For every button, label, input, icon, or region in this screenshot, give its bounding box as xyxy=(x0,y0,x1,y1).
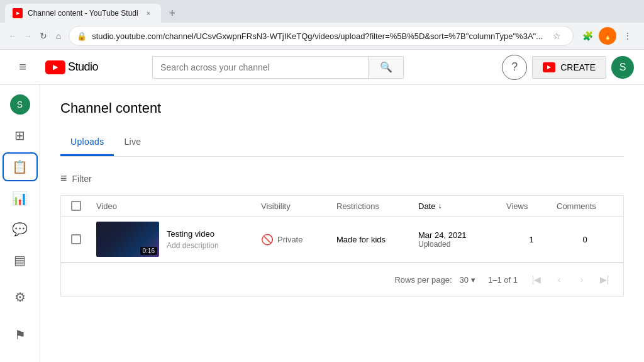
search-input[interactable] xyxy=(153,62,368,72)
extensions-button[interactable]: 🧩 xyxy=(579,27,596,45)
sidebar-item-settings[interactable]: ⚙ xyxy=(3,280,38,315)
th-comments-label: Comments xyxy=(557,201,596,211)
views-value: 1 xyxy=(529,235,533,244)
sidebar-item-analytics[interactable]: 📊 xyxy=(3,184,38,212)
bookmark-icon[interactable]: ☆ xyxy=(548,27,565,45)
create-button[interactable]: CREATE xyxy=(532,56,606,79)
tab-title: Channel content - YouTube Studi xyxy=(28,9,138,18)
th-restrictions: Restrictions xyxy=(336,201,418,211)
prev-page-button[interactable]: ‹ xyxy=(550,271,568,288)
visibility-cell: 🚫 Private xyxy=(261,234,336,246)
date-cell: Mar 24, 2021 Uploaded xyxy=(418,230,506,249)
comments-icon: 💬 xyxy=(12,222,28,237)
comments-value: 0 xyxy=(582,235,587,244)
sidebar: S ⊞ 📋 📊 💬 ▤ ⚙ ⚑ xyxy=(0,85,40,362)
th-video-label: Video xyxy=(96,201,117,211)
page-title: Channel content xyxy=(60,100,624,116)
filter-label[interactable]: Filter xyxy=(72,174,92,184)
browser-tab-active[interactable]: Channel content - YouTube Studi × xyxy=(5,4,161,23)
browser-tab-bar: Channel content - YouTube Studi × + xyxy=(0,0,644,23)
sidebar-bottom: ⚙ ⚑ xyxy=(3,280,38,358)
visibility-value: Private xyxy=(277,235,303,244)
tab-live[interactable]: Live xyxy=(114,129,151,156)
avatar[interactable]: S xyxy=(611,56,634,79)
video-duration: 0:16 xyxy=(140,247,157,255)
video-thumbnail[interactable]: 0:16 xyxy=(96,222,159,257)
forward-button[interactable]: → xyxy=(23,27,33,45)
th-comments: Comments xyxy=(557,201,613,211)
rows-per-page: Rows per page: 30 ▾ xyxy=(394,274,478,286)
dropdown-icon: ▾ xyxy=(471,275,475,285)
create-label: CREATE xyxy=(560,62,596,72)
private-icon: 🚫 xyxy=(261,234,274,246)
home-button[interactable]: ⌂ xyxy=(53,27,64,45)
analytics-icon: 📊 xyxy=(12,191,28,206)
studio-logo-text: Studio xyxy=(68,60,98,74)
extension-addon-icon[interactable]: 🔥 xyxy=(599,27,616,45)
address-text: studio.youtube.com/channel/UCsvGxwpnFRsN… xyxy=(92,31,543,41)
new-tab-button[interactable]: + xyxy=(164,4,181,22)
sidebar-item-content[interactable]: 📋 xyxy=(3,152,38,181)
refresh-button[interactable]: ↻ xyxy=(38,27,48,45)
rows-per-page-value: 30 xyxy=(460,275,469,285)
sidebar-item-comments[interactable]: 💬 xyxy=(3,215,38,243)
filter-icon: ≡ xyxy=(60,172,67,185)
date-value: Mar 24, 2021 xyxy=(418,230,506,240)
sidebar-item-avatar[interactable]: S xyxy=(3,90,38,118)
video-info: Testing video Add description xyxy=(167,229,219,250)
first-page-button[interactable]: |◀ xyxy=(528,271,545,288)
restrictions-cell: Made for kids xyxy=(336,235,418,244)
top-nav: ≡ Studio 🔍 ? CREATE S xyxy=(0,50,644,85)
th-restrictions-label: Restrictions xyxy=(336,201,379,211)
content-area: S ⊞ 📋 📊 💬 ▤ ⚙ ⚑ xyxy=(0,85,644,362)
filter-row: ≡ Filter xyxy=(60,167,624,190)
settings-icon: ⚙ xyxy=(14,290,26,305)
hamburger-menu-button[interactable]: ≡ xyxy=(10,55,35,80)
date-sub: Uploaded xyxy=(418,240,506,249)
row-checkbox[interactable] xyxy=(71,234,81,244)
sidebar-item-feedback[interactable]: ⚑ xyxy=(3,317,38,353)
nav-right: ? CREATE S xyxy=(502,55,634,80)
browser-toolbar: ← → ↻ ⌂ 🔒 studio.youtube.com/channel/UCs… xyxy=(0,23,644,49)
page-info: 1–1 of 1 xyxy=(488,275,518,285)
next-page-button[interactable]: › xyxy=(573,271,591,288)
rows-per-page-select[interactable]: 30 ▾ xyxy=(457,274,478,286)
logo-area[interactable]: Studio xyxy=(45,60,98,74)
back-button[interactable]: ← xyxy=(8,27,18,45)
select-all-checkbox[interactable] xyxy=(71,201,81,211)
content-table: Video Visibility Restrictions Date ↓ Vie… xyxy=(60,195,624,297)
video-cell: 0:16 Testing video Add description xyxy=(96,222,261,257)
tab-uploads[interactable]: Uploads xyxy=(60,129,114,156)
sidebar-avatar: S xyxy=(10,94,30,115)
youtube-logo-icon xyxy=(45,60,65,74)
th-date[interactable]: Date ↓ xyxy=(418,201,506,211)
search-bar[interactable]: 🔍 xyxy=(152,56,404,79)
address-bar[interactable]: 🔒 studio.youtube.com/channel/UCsvGxwpnFR… xyxy=(69,26,574,46)
feedback-icon: ⚑ xyxy=(14,327,26,342)
browser-actions: 🧩 🔥 ⋮ xyxy=(579,27,636,45)
browser-chrome: Channel content - YouTube Studi × + ← → … xyxy=(0,0,644,50)
row-checkbox-cell xyxy=(71,234,96,244)
tabs-bar: Uploads Live xyxy=(60,129,624,157)
dashboard-icon: ⊞ xyxy=(14,128,25,143)
tab-close-button[interactable]: × xyxy=(143,8,153,18)
browser-menu-button[interactable]: ⋮ xyxy=(619,27,636,45)
pagination: Rows per page: 30 ▾ 1–1 of 1 |◀ ‹ › ▶| xyxy=(61,263,623,296)
table-header: Video Visibility Restrictions Date ↓ Vie… xyxy=(61,196,623,217)
last-page-button[interactable]: ▶| xyxy=(596,271,613,288)
help-button[interactable]: ? xyxy=(502,55,527,80)
th-visibility-label: Visibility xyxy=(261,201,291,211)
th-views: Views xyxy=(506,201,557,211)
sidebar-item-subtitles[interactable]: ▤ xyxy=(3,246,38,274)
comments-cell: 0 xyxy=(557,235,613,244)
create-video-icon xyxy=(543,62,555,72)
views-cell: 1 xyxy=(506,235,557,244)
sort-icon: ↓ xyxy=(438,201,441,210)
search-button[interactable]: 🔍 xyxy=(368,56,403,79)
video-title: Testing video xyxy=(167,229,219,239)
lock-icon: 🔒 xyxy=(77,31,87,41)
sidebar-item-dashboard[interactable]: ⊞ xyxy=(3,121,38,149)
th-video: Video xyxy=(96,201,261,211)
video-description[interactable]: Add description xyxy=(167,241,219,250)
table-row[interactable]: 0:16 Testing video Add description 🚫 Pri… xyxy=(61,217,623,263)
